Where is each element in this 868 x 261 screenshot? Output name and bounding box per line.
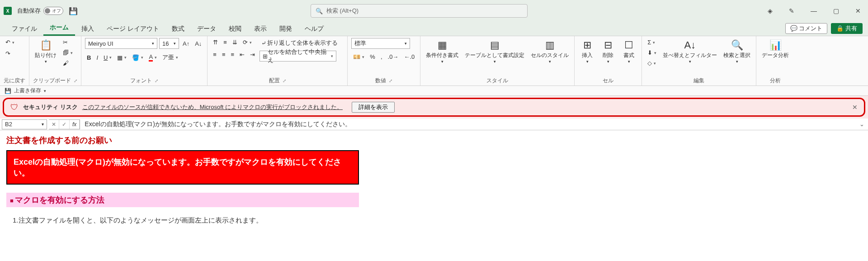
undo-button[interactable]: ↶: [4, 38, 16, 47]
cut-button[interactable]: ✂: [61, 38, 75, 47]
tab-formulas[interactable]: 数式: [165, 22, 191, 36]
group-editing: Σ ⬇ ◇ A↓並べ替えとフィルター▾ 🔍検索と選択▾ 編集: [642, 36, 756, 85]
fill-color-button[interactable]: 🪣: [130, 53, 145, 62]
tab-data[interactable]: データ: [191, 22, 222, 36]
delete-cell-icon: ⊟: [604, 39, 612, 52]
qat-save-label[interactable]: 上書き保存: [14, 87, 41, 95]
name-box[interactable]: B2 ▾: [2, 119, 47, 129]
font-name-combo[interactable]: Meiryo UI▾: [85, 38, 157, 49]
increase-decimal-button[interactable]: .0→: [386, 52, 401, 61]
align-top-button[interactable]: ⇈: [211, 38, 220, 47]
tab-home[interactable]: ホーム: [43, 21, 75, 36]
format-cell-button[interactable]: ☐書式▾: [620, 38, 638, 65]
number-launcher[interactable]: ⤢: [389, 78, 392, 83]
paste-button[interactable]: 📋 貼り付け ▾: [33, 38, 58, 65]
merge-center-button[interactable]: ⊞ セルを結合して中央揃え: [259, 51, 336, 62]
copy-button[interactable]: 🗐: [61, 48, 75, 57]
autosave-label: 自動保存: [17, 7, 41, 15]
format-painter-button[interactable]: 🖌: [61, 59, 75, 67]
group-font: Meiryo UI▾ 16▾ A↑ A↓ B I U ▦ 🪣 A ア亜 フォント…: [81, 36, 208, 85]
border-button[interactable]: ▦: [115, 53, 128, 62]
sheet-heading: 注文書を作成する前のお願い: [6, 135, 862, 146]
fill-button[interactable]: ⬇: [646, 48, 658, 57]
qat-save-icon[interactable]: 💾: [5, 88, 11, 94]
bold-button[interactable]: B: [85, 53, 93, 62]
number-format-combo[interactable]: 標準▾: [351, 38, 410, 49]
tab-review[interactable]: 校閲: [222, 22, 248, 36]
redo-button[interactable]: ↷: [4, 49, 12, 58]
data-analysis-button[interactable]: 📊データ分析: [760, 38, 791, 60]
menu-tabs: ファイル ホーム 挿入 ページ レイアウト 数式 データ 校閲 表示 開発 ヘル…: [0, 22, 868, 36]
qat-dropdown[interactable]: ▾: [44, 89, 46, 93]
tab-pagelayout[interactable]: ページ レイアウト: [100, 22, 165, 36]
conditional-format-button[interactable]: ▦条件付き書式▾: [424, 38, 460, 65]
align-bottom-button[interactable]: ⇊: [231, 38, 239, 47]
table-format-button[interactable]: ▤テーブルとして書式設定▾: [463, 38, 526, 65]
indent-decrease-button[interactable]: ⇤: [238, 50, 246, 59]
security-message[interactable]: このファイルのソースが信頼できないため、Microsoft によりマクロの実行が…: [82, 103, 343, 111]
security-detail-button[interactable]: 詳細を表示: [352, 102, 395, 113]
font-launcher[interactable]: ⤢: [155, 78, 158, 83]
find-select-button[interactable]: 🔍検索と選択▾: [722, 38, 752, 65]
wrap-text-button[interactable]: ⤶ 折り返して全体を表示する: [259, 38, 340, 48]
fx-cancel-button[interactable]: ✕: [49, 120, 59, 129]
tab-file[interactable]: ファイル: [5, 22, 43, 36]
insert-cell-icon: ⊞: [583, 39, 591, 52]
fx-confirm-button[interactable]: ✓: [59, 120, 70, 129]
minimize-button[interactable]: —: [807, 5, 821, 16]
comment-button[interactable]: 💬 コメント: [785, 23, 828, 34]
pen-icon[interactable]: ✎: [785, 5, 798, 16]
security-bar-wrapper: 🛡 セキュリティ リスク このファイルのソースが信頼できないため、Microso…: [0, 96, 868, 119]
clipboard-launcher[interactable]: ⤢: [74, 78, 77, 83]
currency-button[interactable]: 💴: [351, 52, 366, 61]
diamond-icon[interactable]: ◈: [764, 5, 776, 16]
tab-insert[interactable]: 挿入: [75, 22, 100, 36]
tab-help[interactable]: ヘルプ: [298, 22, 330, 36]
indent-increase-button[interactable]: ⇥: [248, 50, 257, 59]
underline-button[interactable]: U: [102, 53, 113, 62]
clear-button[interactable]: ◇: [646, 59, 658, 67]
align-center-button[interactable]: ≡: [220, 50, 227, 59]
format-cell-icon: ☐: [624, 39, 633, 52]
delete-cell-button[interactable]: ⊟削除▾: [599, 38, 617, 65]
formula-text[interactable]: Excelの自動処理(マクロ)が無効になっています。お手数ですがマクロを有効にし…: [80, 120, 856, 128]
howto-title: マクロを有効にする方法: [15, 195, 104, 204]
cell-style-button[interactable]: ▥セルのスタイル▾: [529, 38, 571, 65]
phonetic-button[interactable]: ア亜: [160, 52, 180, 62]
name-box-dropdown[interactable]: ▾: [42, 122, 44, 127]
decrease-decimal-button[interactable]: ←.0: [402, 52, 416, 61]
maximize-button[interactable]: ▢: [830, 5, 843, 16]
toggle-knob: [45, 8, 50, 14]
close-button[interactable]: ✕: [852, 5, 864, 16]
autosave-toggle[interactable]: オフ: [43, 7, 63, 15]
align-left-button[interactable]: ≡: [211, 50, 218, 59]
align-right-button[interactable]: ≡: [229, 50, 236, 59]
insert-cell-button[interactable]: ⊞挿入▾: [578, 38, 596, 65]
italic-button[interactable]: I: [94, 53, 100, 62]
quick-access-toolbar: 💾 上書き保存 ▾: [0, 86, 868, 96]
comma-button[interactable]: ,: [379, 52, 384, 61]
worksheet-area[interactable]: 注文書を作成する前のお願い Excelの自動処理(マクロ)が無効になっています。…: [0, 130, 868, 261]
percent-button[interactable]: %: [368, 52, 377, 61]
autosum-button[interactable]: Σ: [646, 38, 658, 47]
share-button[interactable]: 🔒 共有: [831, 23, 863, 34]
howto-heading-bar: ■ マクロを有効にする方法: [6, 193, 359, 207]
security-close-button[interactable]: ✕: [852, 104, 858, 111]
orientation-button[interactable]: ⟳: [241, 38, 254, 47]
font-color-button[interactable]: A: [147, 52, 159, 62]
font-size-combo[interactable]: 16▾: [159, 38, 179, 49]
group-label-number: 数値: [375, 77, 386, 85]
increase-font-button[interactable]: A↑: [181, 39, 191, 48]
fx-button[interactable]: fx: [70, 120, 80, 129]
group-label-undo: 元に戻す: [4, 76, 25, 85]
formula-expand-button[interactable]: ⌄: [856, 121, 868, 128]
tab-view[interactable]: 表示: [248, 22, 273, 36]
group-label-font: フォント: [130, 77, 152, 85]
sort-filter-button[interactable]: A↓並べ替えとフィルター▾: [661, 38, 719, 65]
alignment-launcher[interactable]: ⤢: [283, 78, 286, 83]
search-box[interactable]: 🔍 検索 (Alt+Q): [311, 4, 528, 18]
align-middle-button[interactable]: ≡: [222, 38, 229, 47]
save-icon[interactable]: 💾: [69, 7, 78, 15]
tab-developer[interactable]: 開発: [273, 22, 298, 36]
decrease-font-button[interactable]: A↓: [193, 39, 203, 48]
